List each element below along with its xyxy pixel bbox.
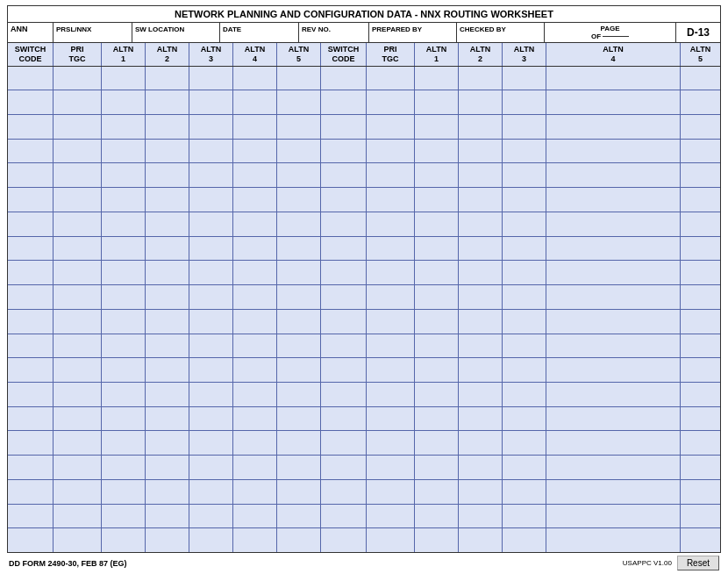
col-altn-5-2: ALTN 5 (681, 43, 720, 66)
data-cell (459, 140, 503, 163)
data-cell (546, 237, 681, 261)
data-cell (546, 115, 681, 139)
table-row (8, 383, 720, 407)
data-cell (54, 212, 102, 236)
col-switch-code-1: SWITCH CODE (8, 43, 54, 66)
prepby-cell: PREPARED BY (369, 23, 457, 42)
data-cell (367, 431, 415, 455)
data-cell (102, 358, 146, 382)
data-cell (415, 90, 459, 114)
table-row (8, 310, 720, 334)
data-cell (681, 90, 720, 114)
data-cell (8, 163, 54, 187)
page-wrapper: NETWORK PLANNING AND CONFIGURATION DATA … (0, 0, 728, 574)
data-cell (459, 115, 503, 139)
data-cell (233, 505, 277, 528)
data-cell (503, 90, 546, 114)
data-cell (415, 140, 459, 163)
data-cell (546, 431, 681, 455)
table-row (8, 358, 720, 383)
data-cell (277, 383, 321, 406)
data-cell (8, 285, 54, 309)
data-cell (146, 188, 189, 212)
data-cell (681, 456, 720, 479)
data-cell (681, 383, 720, 406)
data-cell (681, 115, 720, 139)
reset-button[interactable]: Reset (677, 556, 719, 570)
data-cell (681, 163, 720, 187)
data-cell (146, 285, 189, 309)
data-cell (415, 310, 459, 334)
data-cell (277, 212, 321, 236)
data-cell (277, 67, 321, 90)
data-cell (321, 261, 367, 284)
data-cell (681, 480, 720, 504)
data-cell (146, 334, 189, 358)
header-row: ANN PRSL/NNX SW LOCATION DATE REV NO. PR… (7, 22, 721, 42)
data-cell (189, 310, 233, 334)
col-pri-tgc-1: PRI TGC (54, 43, 102, 66)
col-altn-2-1: ALTN 2 (146, 43, 189, 66)
col-altn-2-2: ALTN 2 (459, 43, 503, 66)
data-cell (546, 188, 681, 212)
data-cell (681, 334, 720, 358)
data-cell (367, 334, 415, 358)
col-switch-code-2: SWITCH CODE (321, 43, 367, 66)
data-cell (681, 212, 720, 236)
data-cell (102, 188, 146, 212)
data-cell (277, 285, 321, 309)
data-cell (146, 163, 189, 187)
data-cell (146, 528, 189, 552)
data-cell (546, 163, 681, 187)
data-cell (546, 358, 681, 382)
data-cell (546, 407, 681, 431)
data-cell (367, 505, 415, 528)
data-cell (146, 115, 189, 139)
prsl-cell: PRSL/NNX (54, 23, 132, 42)
table-row (8, 261, 720, 285)
data-cell (459, 237, 503, 261)
col-altn-3-1: ALTN 3 (189, 43, 233, 66)
data-cell (367, 212, 415, 236)
data-cell (681, 431, 720, 455)
data-cell (277, 358, 321, 382)
data-cell (102, 383, 146, 406)
data-cell (321, 383, 367, 406)
data-cell (681, 67, 720, 90)
data-cell (189, 115, 233, 139)
page-cell: PAGE OF (545, 23, 676, 42)
data-cell (415, 212, 459, 236)
col-altn-3-2: ALTN 3 (503, 43, 546, 66)
data-cell (277, 480, 321, 504)
data-cell (146, 140, 189, 163)
data-cell (54, 237, 102, 261)
data-cell (503, 237, 546, 261)
data-cell (146, 67, 189, 90)
table-row (8, 90, 720, 115)
table-row (8, 334, 720, 359)
data-cell (146, 407, 189, 431)
data-cell (54, 456, 102, 479)
data-cell (146, 261, 189, 284)
data-cell (189, 140, 233, 163)
data-cell (189, 90, 233, 114)
data-cell (277, 261, 321, 284)
data-cell (367, 285, 415, 309)
data-cell (54, 480, 102, 504)
data-cell (233, 67, 277, 90)
data-cell (503, 115, 546, 139)
data-cell (321, 431, 367, 455)
data-cell (321, 310, 367, 334)
data-cell (189, 237, 233, 261)
data-cell (233, 261, 277, 284)
data-cell (233, 237, 277, 261)
data-cell (546, 456, 681, 479)
col-altn-4-2: ALTN 4 (546, 43, 681, 66)
data-cell (367, 261, 415, 284)
data-cell (459, 407, 503, 431)
data-cell (681, 528, 720, 552)
data-cell (233, 456, 277, 479)
data-cell (681, 358, 720, 382)
data-cell (8, 140, 54, 163)
data-cell (8, 237, 54, 261)
